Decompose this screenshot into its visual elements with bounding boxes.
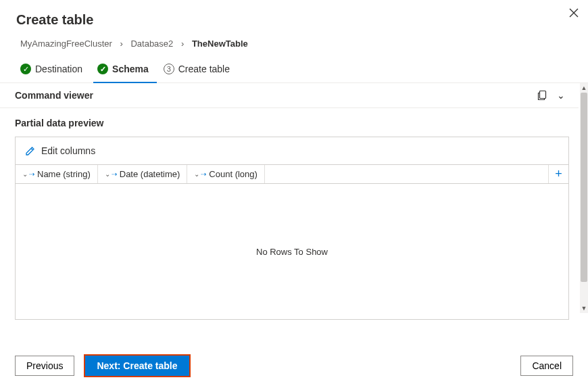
step-destination[interactable]: ✓ Destination	[16, 57, 91, 82]
previous-button[interactable]: Previous	[15, 356, 74, 376]
check-icon: ✓	[97, 64, 108, 74]
chevron-down-icon: ⌄	[194, 170, 199, 178]
type-icon: ⇢	[29, 170, 34, 178]
column-name: Name (string)	[37, 169, 91, 179]
step-label: Destination	[35, 64, 82, 74]
scroll-down-icon[interactable]: ▼	[581, 304, 587, 313]
check-icon: ✓	[20, 64, 31, 74]
grid-header: ⌄ ⇢ Name (string) ⌄ ⇢ Date (datetime) ⌄ …	[16, 164, 568, 184]
scrollbar-thumb[interactable]	[581, 93, 587, 282]
column-header-count[interactable]: ⌄ ⇢ Count (long)	[187, 165, 265, 183]
breadcrumb: MyAmazingFreeCluster › Database2 › TheNe…	[0, 33, 588, 57]
command-viewer-header: Command viewer ⌄	[0, 83, 579, 108]
command-viewer-label: Command viewer	[15, 90, 93, 101]
chevron-down-icon[interactable]: ⌄	[557, 90, 565, 101]
chevron-down-icon: ⌄	[105, 170, 110, 178]
dialog-header: Create table	[0, 0, 588, 33]
cancel-button[interactable]: Cancel	[520, 356, 573, 376]
grid-body: No Rows To Show	[16, 184, 568, 319]
edit-columns-label: Edit columns	[41, 145, 95, 156]
add-column-button[interactable]: +	[548, 165, 568, 183]
column-name: Date (datetime)	[120, 169, 180, 179]
column-header-name[interactable]: ⌄ ⇢ Name (string)	[16, 165, 98, 183]
dialog-footer: Previous Next: Create table Cancel	[0, 356, 588, 376]
edit-columns-button[interactable]: Edit columns	[16, 137, 568, 164]
svg-rect-0	[540, 91, 546, 99]
step-create-table[interactable]: 3 Create table	[160, 57, 238, 82]
breadcrumb-item[interactable]: Database2	[130, 39, 173, 49]
scroll-up-icon[interactable]: ▲	[581, 83, 587, 93]
chevron-down-icon: ⌄	[22, 170, 28, 178]
plus-icon: +	[555, 167, 562, 181]
type-icon: ⇢	[201, 170, 206, 178]
breadcrumb-current: TheNewTable	[192, 39, 248, 49]
page-title: Create table	[16, 12, 572, 28]
chevron-right-icon: ›	[181, 39, 184, 49]
column-name: Count (long)	[209, 169, 258, 179]
breadcrumb-item[interactable]: MyAmazingFreeCluster	[20, 39, 112, 49]
scrollbar-track[interactable]	[580, 93, 588, 304]
scrollbar[interactable]: ▲ ▼	[580, 83, 588, 313]
pencil-icon	[25, 145, 36, 156]
content-area: ▲ ▼ Command viewer ⌄ Partial data previe…	[0, 83, 588, 320]
close-button[interactable]	[569, 7, 579, 21]
preview-grid: Edit columns ⌄ ⇢ Name (string) ⌄ ⇢ Date …	[15, 137, 569, 320]
step-schema[interactable]: ✓ Schema	[93, 57, 157, 82]
preview-label: Partial data preview	[0, 108, 588, 137]
type-icon: ⇢	[112, 170, 117, 178]
wizard-steps: ✓ Destination ✓ Schema 3 Create table	[0, 57, 588, 83]
close-icon	[569, 8, 579, 18]
step-label: Schema	[112, 64, 149, 74]
empty-message: No Rows To Show	[256, 247, 328, 257]
step-label: Create table	[178, 64, 230, 74]
copy-icon[interactable]	[537, 90, 547, 101]
next-button[interactable]: Next: Create table	[85, 356, 189, 376]
step-number-icon: 3	[164, 64, 174, 74]
column-header-date[interactable]: ⌄ ⇢ Date (datetime)	[98, 165, 188, 183]
chevron-right-icon: ›	[120, 39, 122, 49]
